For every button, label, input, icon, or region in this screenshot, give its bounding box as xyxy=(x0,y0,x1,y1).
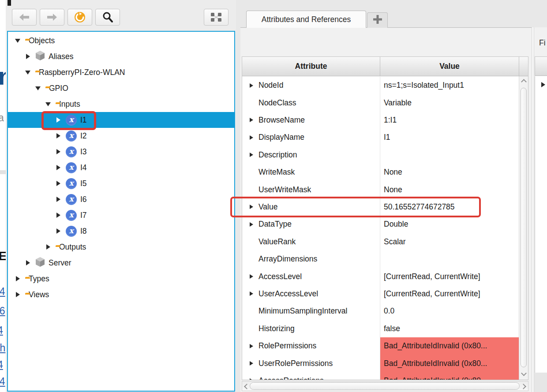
attribute-row-historizing[interactable]: Historizingfalse xyxy=(242,320,519,337)
attribute-name: ArrayDimensions xyxy=(259,254,317,264)
tree-item-gpio[interactable]: GPIO xyxy=(8,80,234,96)
tree-item-i1[interactable]: xI1 xyxy=(8,112,234,128)
attribute-row-datatype[interactable]: DataTypeDouble xyxy=(242,216,519,233)
tree-item-outputs[interactable]: Outputs xyxy=(8,239,234,255)
expand-triangle-icon[interactable] xyxy=(248,291,255,297)
tree-item-i5[interactable]: xI5 xyxy=(8,175,234,191)
tree-item-label: I1 xyxy=(80,116,87,125)
scroll-right-icon[interactable] xyxy=(521,384,526,389)
add-document-tab[interactable] xyxy=(367,12,388,28)
expand-triangle-icon[interactable] xyxy=(55,212,62,219)
expand-triangle-icon[interactable] xyxy=(248,273,255,280)
expand-triangle-icon[interactable] xyxy=(248,117,255,123)
collapse-triangle-icon[interactable] xyxy=(24,69,31,76)
horizontal-scrollbar-thumb[interactable] xyxy=(250,382,520,390)
tree-item-inputs[interactable]: Inputs xyxy=(8,96,234,112)
tab-attributes-and-references[interactable]: Attributes and References xyxy=(246,11,366,28)
expand-triangle-icon[interactable] xyxy=(248,152,255,158)
highlight-node-button[interactable] xyxy=(204,9,229,26)
column-header-attribute[interactable]: Attribute xyxy=(242,57,380,76)
attribute-row-userrolepermissions[interactable]: UserRolePermissionsBad_AttributeIdInvali… xyxy=(242,355,519,372)
attributes-table: Attribute Value NodeIdns=1;s=Isolated_In… xyxy=(242,56,528,380)
tree-item-views[interactable]: Views xyxy=(8,287,234,302)
variable-icon: x xyxy=(66,226,77,237)
scroll-down-icon[interactable] xyxy=(521,370,527,376)
expand-triangle-icon[interactable] xyxy=(55,180,62,187)
tree-item-i3[interactable]: xI3 xyxy=(8,144,234,160)
tree-item-label: Views xyxy=(29,290,49,299)
tree-item-types[interactable]: Types xyxy=(8,271,234,287)
attribute-row-rolepermissions[interactable]: RolePermissionsBad_AttributeIdInvalid (0… xyxy=(242,337,519,355)
attribute-row-displayname[interactable]: DisplayNameI1 xyxy=(242,129,519,146)
background-text-fragment xyxy=(7,0,11,6)
tree-item-i8[interactable]: xI8 xyxy=(8,223,234,239)
expand-triangle-icon[interactable] xyxy=(248,377,255,380)
attribute-row-minimumsamplinginterval[interactable]: MinimumSamplingInterval0.0 xyxy=(242,302,519,320)
spacer xyxy=(248,256,255,262)
variable-icon: x xyxy=(66,131,77,142)
vertical-scrollbar-thumb[interactable] xyxy=(521,88,527,367)
attribute-name: DataType xyxy=(259,220,292,229)
expand-triangle-icon[interactable] xyxy=(14,291,21,298)
expand-triangle-icon[interactable] xyxy=(248,360,255,366)
expand-triangle-icon[interactable] xyxy=(55,164,62,171)
attribute-row-accesslevel[interactable]: AccessLevel[CurrentRead, CurrentWrite] xyxy=(242,268,519,285)
expand-triangle-icon[interactable] xyxy=(541,82,545,87)
attribute-row-browsename[interactable]: BrowseName1:I1 xyxy=(242,112,519,129)
attribute-value: Variable xyxy=(380,94,519,111)
tree-item-server[interactable]: Server xyxy=(8,255,234,271)
tree-item-i4[interactable]: xI4 xyxy=(8,160,234,175)
expand-triangle-icon[interactable] xyxy=(55,228,62,235)
scroll-left-icon[interactable] xyxy=(244,384,250,389)
expand-triangle-icon[interactable] xyxy=(248,221,255,228)
collapse-triangle-icon[interactable] xyxy=(45,101,52,108)
object-cube-icon xyxy=(35,50,45,63)
address-space-tree[interactable]: ObjectsAliasesRaspberryPI-Zero-WLANGPIOI… xyxy=(7,31,235,392)
attribute-row-accessrestrictions[interactable]: AccessRestrictionsBad_AttributeIdInvalid… xyxy=(242,372,519,380)
tree-item-raspberrypi-zero-wlan[interactable]: RaspberryPI-Zero-WLAN xyxy=(8,64,234,80)
tree-item-i7[interactable]: xI7 xyxy=(8,207,234,223)
expand-triangle-icon[interactable] xyxy=(24,259,31,266)
attribute-row-valuerank[interactable]: ValueRankScalar xyxy=(242,233,519,250)
tree-item-i2[interactable]: xI2 xyxy=(8,128,234,144)
vertical-scrollbar[interactable] xyxy=(519,76,528,380)
expand-triangle-icon[interactable] xyxy=(55,132,62,139)
attribute-name: AccessRestrictions xyxy=(259,376,324,380)
forward-button[interactable] xyxy=(40,9,64,26)
collapse-triangle-icon[interactable] xyxy=(34,85,41,92)
tree-item-label: Outputs xyxy=(59,243,86,252)
attribute-value xyxy=(380,250,519,268)
references-panel-label-fragment: Fi xyxy=(539,38,546,48)
expand-triangle-icon[interactable] xyxy=(14,275,21,282)
attributes-table-header: Attribute Value xyxy=(242,57,528,76)
attribute-row-description[interactable]: Description xyxy=(242,146,519,164)
tree-item-aliases[interactable]: Aliases xyxy=(8,49,234,64)
expand-triangle-icon[interactable] xyxy=(45,243,52,250)
expand-triangle-icon[interactable] xyxy=(248,204,255,210)
expand-triangle-icon[interactable] xyxy=(55,116,62,123)
search-button[interactable] xyxy=(95,9,120,26)
scroll-up-icon[interactable] xyxy=(521,79,527,85)
attribute-row-value[interactable]: Value50.16552774672785 xyxy=(242,198,519,216)
attribute-row-arraydimensions[interactable]: ArrayDimensions xyxy=(242,250,519,268)
refresh-button[interactable] xyxy=(67,9,92,26)
tree-item-objects[interactable]: Objects xyxy=(8,33,234,49)
attribute-row-nodeid[interactable]: NodeIdns=1;s=Isolated_Input1 xyxy=(242,77,519,94)
tree-item-label: I2 xyxy=(80,131,87,141)
attribute-row-userwritemask[interactable]: UserWriteMaskNone xyxy=(242,181,519,198)
expand-triangle-icon[interactable] xyxy=(55,148,62,155)
expand-triangle-icon[interactable] xyxy=(55,196,62,203)
back-button[interactable] xyxy=(12,9,37,26)
attribute-row-writemask[interactable]: WriteMaskNone xyxy=(242,164,519,181)
attribute-row-useraccesslevel[interactable]: UserAccessLevel[CurrentRead, CurrentWrit… xyxy=(242,285,519,302)
expand-triangle-icon[interactable] xyxy=(248,82,255,89)
spacer xyxy=(248,169,255,175)
attribute-row-nodeclass[interactable]: NodeClassVariable xyxy=(242,94,519,111)
tree-item-i6[interactable]: xI6 xyxy=(8,191,234,207)
collapse-triangle-icon[interactable] xyxy=(14,37,21,44)
expand-triangle-icon[interactable] xyxy=(248,343,255,349)
expand-triangle-icon[interactable] xyxy=(24,53,31,60)
expand-triangle-icon[interactable] xyxy=(248,134,255,141)
column-header-value[interactable]: Value xyxy=(380,57,519,76)
horizontal-scrollbar[interactable] xyxy=(242,381,528,391)
